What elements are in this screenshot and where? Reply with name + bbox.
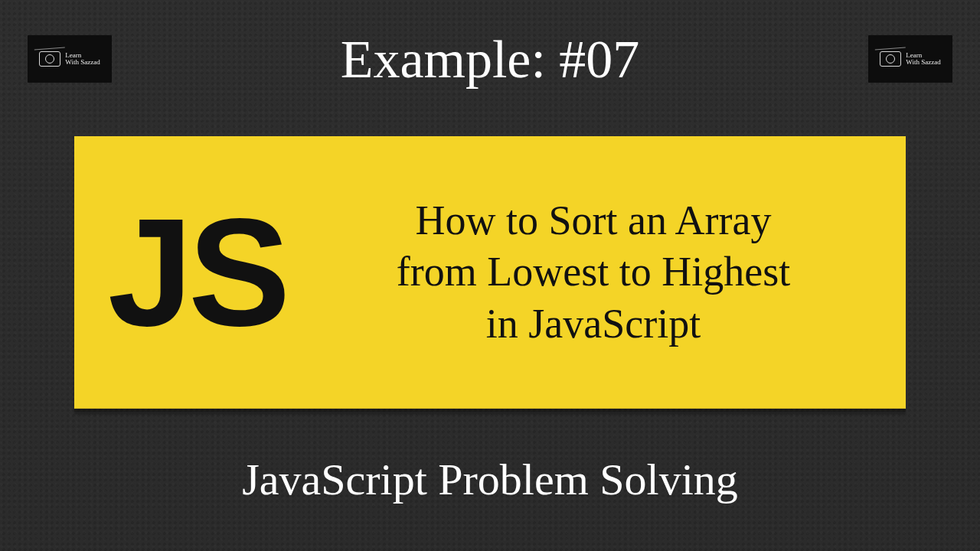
example-number-heading: Example: #07 bbox=[0, 29, 980, 90]
series-subtitle: JavaScript Problem Solving bbox=[0, 454, 980, 505]
javascript-logo-text: JS bbox=[74, 196, 304, 349]
lesson-title-line1: How to Sort an Array bbox=[312, 195, 875, 247]
lesson-title-line3: in JavaScript bbox=[312, 298, 875, 350]
thumbnail-slide: Learn With Sazzad Learn With Sazzad Exam… bbox=[0, 0, 980, 551]
lesson-title-line2: from Lowest to Highest bbox=[312, 246, 875, 298]
title-banner: JS How to Sort an Array from Lowest to H… bbox=[74, 136, 906, 409]
lesson-title: How to Sort an Array from Lowest to High… bbox=[304, 195, 906, 350]
